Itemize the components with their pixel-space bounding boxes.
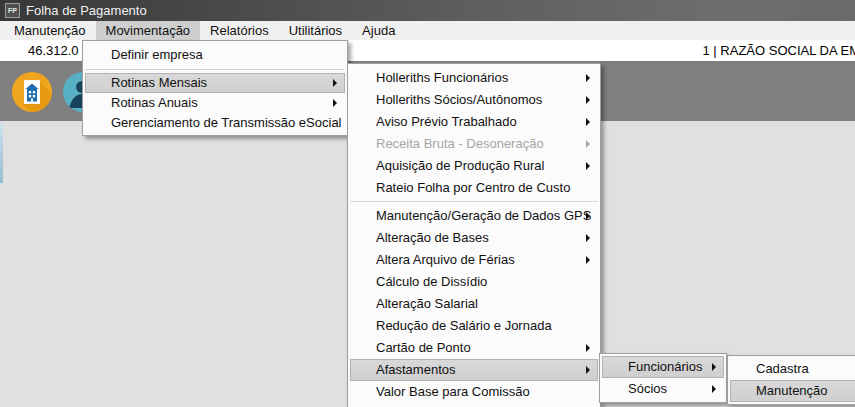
title-bar: FP Folha de Pagamento xyxy=(0,0,855,21)
menubar-item-utilitarios[interactable]: Utilitários xyxy=(279,21,352,40)
submenu-arrow-icon xyxy=(586,212,590,220)
menu-item-valor-base-para-comissao[interactable]: Valor Base para Comissão xyxy=(350,381,598,403)
menu-item-label: Holleriths Sócios/Autônomos xyxy=(376,92,542,107)
menu-item-label: Definir empresa xyxy=(111,47,203,62)
menu-item-label: Aquisição de Produção Rural xyxy=(376,158,544,173)
menu-item-label: Aviso Prévio Trabalhado xyxy=(376,114,517,129)
menu-item-aviso-previo-trabalhado[interactable]: Aviso Prévio Trabalhado xyxy=(350,111,598,133)
menu-item-alteracao-salarial[interactable]: Alteração Salarial xyxy=(350,293,598,315)
menu-item-reducao-de-salario-e-jornada[interactable]: Redução de Salário e Jornada xyxy=(350,315,598,337)
menu-item-label: Gerenciamento de Transmissão eSocial xyxy=(111,115,342,130)
submenu-arrow-icon xyxy=(586,344,590,352)
menu-item-label: Receita Bruta - Desoneração xyxy=(376,136,544,151)
menu-item-gerenciamento-de-transmissao-esocial[interactable]: Gerenciamento de Transmissão eSocial xyxy=(85,113,345,133)
menubar-item-ajuda[interactable]: Ajuda xyxy=(352,21,405,40)
menu-item-calculo-de-dissidio[interactable]: Cálculo de Dissídio xyxy=(350,271,598,293)
menubar-item-manutencao[interactable]: Manutenção xyxy=(4,21,96,40)
menu-separator xyxy=(350,201,598,203)
menu-item-holleriths-funcionarios[interactable]: Holleriths Funcionários xyxy=(350,67,598,89)
menubar-item-movimentacao[interactable]: Movimentação xyxy=(96,21,201,40)
submenu-arrow-icon xyxy=(586,256,590,264)
menu-item-rateio-folha-por-centro-de-custo[interactable]: Rateio Folha por Centro de Custo xyxy=(350,177,598,199)
menu-item-label: Afastamentos xyxy=(376,362,456,377)
menu-item-label: Altera Arquivo de Férias xyxy=(376,252,515,267)
submenu-arrow-icon xyxy=(586,366,590,374)
dropdown-menu-movimentacao: Definir empresaRotinas MensaisRotinas An… xyxy=(82,40,348,136)
menu-item-manutencao[interactable]: Manutenção xyxy=(730,380,855,402)
company-building-icon[interactable] xyxy=(12,72,52,112)
menu-item-afastamentos[interactable]: Afastamentos xyxy=(350,359,598,381)
menu-item-rotinas-mensais[interactable]: Rotinas Mensais xyxy=(85,73,345,93)
submenu-rotinas-mensais: Holleriths FuncionáriosHolleriths Sócios… xyxy=(347,63,601,407)
menu-item-label: Valor Base para Comissão xyxy=(376,384,530,399)
submenu-arrow-icon xyxy=(586,74,590,82)
submenu-arrow-icon xyxy=(586,118,590,126)
menu-item-alteracao-de-bases[interactable]: Alteração de Bases xyxy=(350,227,598,249)
submenu-arrow-icon xyxy=(333,99,337,107)
menu-item-receita-bruta-desoneracao[interactable]: Receita Bruta - Desoneração xyxy=(350,133,598,155)
menu-separator xyxy=(85,69,345,71)
menu-item-cartao-de-ponto[interactable]: Cartão de Ponto xyxy=(350,337,598,359)
menu-item-label: Redução de Salário e Jornada xyxy=(376,318,552,333)
menu-item-rotinas-anuais[interactable]: Rotinas Anuais xyxy=(85,93,345,113)
company-code: 46.312.0 xyxy=(28,40,79,61)
menu-item-socios[interactable]: Sócios xyxy=(602,378,724,400)
submenu-arrow-icon xyxy=(712,385,716,393)
menu-item-label: Alteração Salarial xyxy=(376,296,478,311)
menu-item-altera-arquivo-de-ferias[interactable]: Altera Arquivo de Férias xyxy=(350,249,598,271)
submenu-arrow-icon xyxy=(333,79,337,87)
submenu-afastamentos: FuncionáriosSócios xyxy=(599,353,727,403)
menu-item-definir-empresa[interactable]: Definir empresa xyxy=(85,43,345,67)
menu-bar: ManutençãoMovimentaçãoRelatóriosUtilitár… xyxy=(0,21,855,40)
menu-item-label: Cálculo de Dissídio xyxy=(376,274,487,289)
menu-item-funcionarios[interactable]: Funcionários xyxy=(602,356,724,378)
menu-item-label: Manutenção xyxy=(756,383,828,398)
menu-item-label: Alteração de Bases xyxy=(376,230,489,245)
submenu-funcionarios: CadastraManutenção xyxy=(727,355,855,405)
menu-item-label: Rotinas Anuais xyxy=(111,95,198,110)
menu-item-aquisicao-de-producao-rural[interactable]: Aquisição de Produção Rural xyxy=(350,155,598,177)
menu-item-holleriths-socios-autonomos[interactable]: Holleriths Sócios/Autônomos xyxy=(350,89,598,111)
menu-item-label: Rotinas Mensais xyxy=(111,75,207,90)
menu-item-label: Cartão de Ponto xyxy=(376,340,471,355)
menubar-item-relatorios[interactable]: Relatórios xyxy=(200,21,279,40)
menu-item-label: Manutenção/Geração de Dados GPS xyxy=(376,208,591,223)
submenu-arrow-icon xyxy=(712,363,716,371)
menu-item-label: Holleriths Funcionários xyxy=(376,70,508,85)
menu-item-label: Funcionários xyxy=(628,359,702,374)
company-name: 1 | RAZÃO SOCIAL DA EM xyxy=(560,40,855,61)
menu-item-label: Sócios xyxy=(628,381,667,396)
window-title: Folha de Pagamento xyxy=(26,3,147,18)
submenu-arrow-icon xyxy=(586,234,590,242)
menu-item-label: Cadastra xyxy=(756,361,809,376)
submenu-arrow-icon xyxy=(586,162,590,170)
window-edge xyxy=(0,122,3,183)
menu-item-label: Rateio Folha por Centro de Custo xyxy=(376,180,570,195)
app-icon: FP xyxy=(5,3,20,18)
submenu-arrow-icon xyxy=(586,140,590,148)
menu-item-manutencao-geracao-de-dados-gps[interactable]: Manutenção/Geração de Dados GPS xyxy=(350,205,598,227)
menu-item-cadastra[interactable]: Cadastra xyxy=(730,358,855,380)
submenu-arrow-icon xyxy=(586,96,590,104)
